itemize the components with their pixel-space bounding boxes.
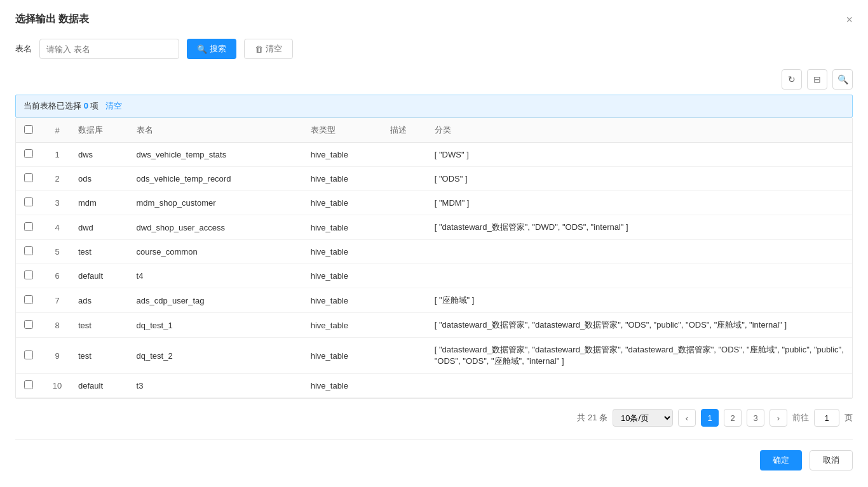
table-row: 6 default t4 hive_table: [16, 264, 852, 288]
row-category: [ "datasteward_数据管家", "datasteward_数据管家"…: [430, 313, 852, 338]
row-tablename: dwd_shop_user_access: [132, 215, 306, 240]
row-checkbox[interactable]: [24, 173, 33, 182]
row-checkbox-cell[interactable]: [16, 313, 41, 338]
row-db: mdm: [73, 191, 132, 215]
pagination-bar: 共 21 条 10条/页 20条/页 50条/页 ‹ 1 2 3 › 前往 页: [15, 409, 853, 427]
row-category: [ "datasteward_数据管家", "datasteward_数据管家"…: [430, 338, 852, 374]
confirm-button[interactable]: 确定: [760, 450, 802, 470]
row-type: hive_table: [306, 143, 385, 167]
row-checkbox-cell[interactable]: [16, 338, 41, 374]
row-type: hive_table: [306, 313, 385, 338]
data-table-wrapper: # 数据库 表名 表类型 描述 分类 1 dws dws_vehicle_tem…: [15, 117, 853, 399]
column-search-button[interactable]: 🔍: [832, 69, 853, 90]
row-type: hive_table: [306, 374, 385, 398]
prev-page-button[interactable]: ‹: [678, 409, 696, 427]
row-db: dwd: [73, 215, 132, 240]
row-desc: [385, 374, 430, 398]
clear-selection-link[interactable]: 清空: [105, 101, 122, 110]
row-category: [ "DWS" ]: [430, 143, 852, 167]
row-checkbox[interactable]: [24, 295, 33, 304]
row-desc: [385, 338, 430, 374]
row-type: hive_table: [306, 215, 385, 240]
row-checkbox[interactable]: [24, 149, 33, 158]
refresh-button[interactable]: ↻: [782, 69, 802, 90]
clear-icon: 🗑: [255, 44, 263, 54]
total-info: 共 21 条: [577, 412, 607, 424]
row-category: [ "座舱域" ]: [430, 288, 852, 313]
col-header-db: 数据库: [73, 118, 132, 143]
select-all-header[interactable]: [16, 118, 41, 143]
row-id: 5: [41, 240, 73, 264]
close-button[interactable]: ×: [846, 14, 853, 25]
row-checkbox-cell[interactable]: [16, 240, 41, 264]
row-category: [ "ODS" ]: [430, 167, 852, 191]
row-desc: [385, 264, 430, 288]
row-checkbox[interactable]: [24, 350, 33, 359]
search-input[interactable]: [39, 39, 179, 59]
dialog-footer: 确定 取消: [15, 439, 853, 470]
dialog-header: 选择输出 数据表 ×: [15, 13, 853, 26]
row-db: test: [73, 338, 132, 374]
goto-input[interactable]: [814, 409, 839, 427]
row-type: hive_table: [306, 240, 385, 264]
row-tablename: ads_cdp_user_tag: [132, 288, 306, 313]
row-checkbox[interactable]: [24, 197, 33, 206]
filter-icon: ⊟: [813, 74, 821, 84]
row-checkbox-cell[interactable]: [16, 191, 41, 215]
row-checkbox[interactable]: [24, 222, 33, 231]
next-page-button[interactable]: ›: [770, 409, 787, 427]
row-checkbox-cell[interactable]: [16, 143, 41, 167]
col-header-desc: 描述: [385, 118, 430, 143]
row-id: 7: [41, 288, 73, 313]
search-bar: 表名 🔍 搜索 🗑 清空: [15, 39, 853, 59]
cancel-button[interactable]: 取消: [810, 450, 853, 470]
row-tablename: mdm_shop_customer: [132, 191, 306, 215]
row-checkbox[interactable]: [24, 380, 33, 389]
search-button[interactable]: 🔍 搜索: [187, 39, 236, 59]
page-unit-label: 页: [844, 412, 853, 424]
row-category: [ "datasteward_数据管家", "DWD", "ODS", "int…: [430, 215, 852, 240]
row-desc: [385, 288, 430, 313]
row-id: 1: [41, 143, 73, 167]
row-checkbox-cell[interactable]: [16, 374, 41, 398]
page-3-button[interactable]: 3: [747, 409, 764, 427]
row-checkbox[interactable]: [24, 246, 33, 255]
table-row: 8 test dq_test_1 hive_table [ "datastewa…: [16, 313, 852, 338]
dialog-container: 选择输出 数据表 × 表名 🔍 搜索 🗑 清空 ↻ ⊟ 🔍 当前表格已选择 0 …: [0, 0, 868, 487]
page-1-button[interactable]: 1: [701, 409, 719, 427]
goto-label: 前往: [792, 412, 809, 424]
row-db: default: [73, 374, 132, 398]
row-id: 9: [41, 338, 73, 374]
page-size-select[interactable]: 10条/页 20条/页 50条/页: [613, 409, 673, 427]
clear-button[interactable]: 🗑 清空: [244, 39, 293, 59]
row-type: hive_table: [306, 288, 385, 313]
row-category: [ "MDM" ]: [430, 191, 852, 215]
row-type: hive_table: [306, 338, 385, 374]
row-tablename: dq_test_2: [132, 338, 306, 374]
row-id: 10: [41, 374, 73, 398]
row-category: [430, 374, 852, 398]
table-row: 7 ads ads_cdp_user_tag hive_table [ "座舱域…: [16, 288, 852, 313]
row-desc: [385, 215, 430, 240]
row-id: 8: [41, 313, 73, 338]
row-type: hive_table: [306, 167, 385, 191]
row-checkbox-cell[interactable]: [16, 167, 41, 191]
toolbar-right: ↻ ⊟ 🔍: [15, 69, 853, 90]
row-checkbox-cell[interactable]: [16, 215, 41, 240]
row-db: default: [73, 264, 132, 288]
row-checkbox[interactable]: [24, 320, 33, 329]
table-row: 9 test dq_test_2 hive_table [ "datastewa…: [16, 338, 852, 374]
row-checkbox-cell[interactable]: [16, 264, 41, 288]
col-header-id: #: [41, 118, 73, 143]
page-2-button[interactable]: 2: [724, 409, 742, 427]
select-all-checkbox[interactable]: [24, 125, 33, 134]
row-checkbox[interactable]: [24, 270, 33, 279]
table-row: 10 default t3 hive_table: [16, 374, 852, 398]
row-tablename: t3: [132, 374, 306, 398]
row-checkbox-cell[interactable]: [16, 288, 41, 313]
filter-button[interactable]: ⊟: [807, 69, 827, 90]
data-table: # 数据库 表名 表类型 描述 分类 1 dws dws_vehicle_tem…: [16, 118, 852, 398]
row-desc: [385, 240, 430, 264]
row-id: 4: [41, 215, 73, 240]
table-row: 2 ods ods_vehicle_temp_record hive_table…: [16, 167, 852, 191]
